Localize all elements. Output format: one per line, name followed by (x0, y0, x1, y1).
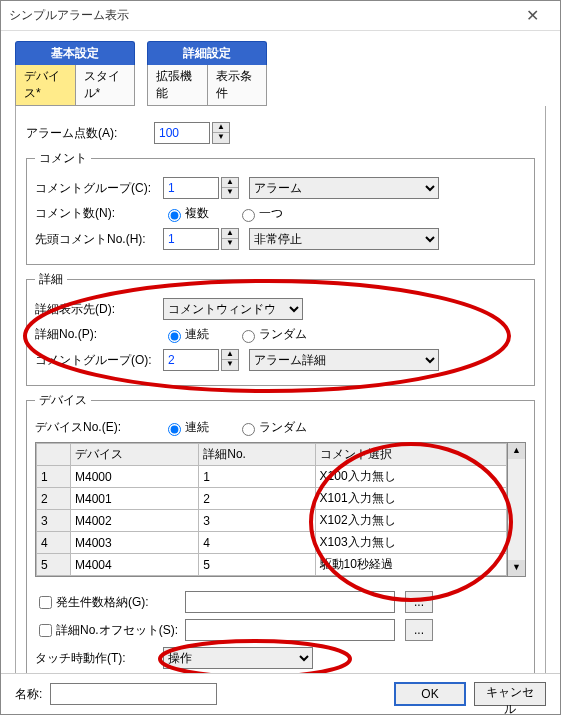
offset-input[interactable] (185, 619, 395, 641)
window-title: シンプルアラーム表示 (9, 7, 512, 24)
comment-head-input[interactable] (163, 228, 219, 250)
alarm-count-label: アラーム点数(A): (26, 125, 154, 142)
scroll-up-icon[interactable]: ▲ (508, 443, 525, 459)
grid-col-detailno: 詳細No. (199, 444, 315, 466)
device-no-cont-radio[interactable]: 連続 (163, 419, 209, 436)
device-no-label: デバイスNo.(E): (35, 419, 163, 436)
device-grid[interactable]: デバイス 詳細No. コメント選択 1 M4000 1 X100入力無し (35, 442, 508, 577)
comment-group-select[interactable]: アラーム (249, 177, 439, 199)
tab-ext[interactable]: 拡張機能 (147, 65, 208, 106)
offset-check[interactable]: 詳細No.オフセット(S): (35, 621, 185, 640)
titlebar: シンプルアラーム表示 ✕ (1, 1, 560, 31)
comment-head-select[interactable]: 非常停止 (249, 228, 439, 250)
close-icon[interactable]: ✕ (512, 6, 552, 25)
alarm-count-spin[interactable]: ▲▼ (212, 122, 230, 144)
table-row: 3 M4002 3 X102入力無し (37, 510, 507, 532)
table-row: 5 M4004 5 駆動10秒経過 (37, 554, 507, 576)
detail-disp-label: 詳細表示先(D): (35, 301, 163, 318)
tabset: 基本設定 デバイス* スタイル* 詳細設定 拡張機能 表示条件 (15, 41, 546, 106)
comment-legend: コメント (35, 150, 91, 167)
comment-group-label: コメントグループ(C): (35, 180, 163, 197)
tab-style[interactable]: スタイル* (76, 65, 136, 106)
detail-group-select[interactable]: アラーム詳細 (249, 349, 439, 371)
tab-adv-head: 詳細設定 (147, 41, 267, 65)
store-count-input[interactable] (185, 591, 395, 613)
grid-col-comment: コメント選択 (315, 444, 506, 466)
grid-col-index (37, 444, 71, 466)
table-row: 1 M4000 1 X100入力無し (37, 466, 507, 488)
comment-count-multi-radio[interactable]: 複数 (163, 205, 209, 222)
scroll-down-icon[interactable]: ▼ (508, 560, 525, 576)
ok-button[interactable]: OK (394, 682, 466, 706)
comment-head-spin[interactable]: ▲▼ (221, 228, 239, 250)
device-fieldset: デバイス デバイスNo.(E): 連続 ランダム デバイス 詳細No. コメ (26, 392, 535, 673)
tab-basic-head: 基本設定 (15, 41, 135, 65)
store-count-check[interactable]: 発生件数格納(G): (35, 593, 185, 612)
device-no-rand-radio[interactable]: ランダム (237, 419, 307, 436)
name-input[interactable] (50, 683, 217, 705)
detail-disp-select[interactable]: コメントウィンドウ (163, 298, 303, 320)
device-legend: デバイス (35, 392, 91, 409)
table-row: 2 M4001 2 X101入力無し (37, 488, 507, 510)
table-row: 4 M4003 4 X103入力無し (37, 532, 507, 554)
store-count-browse-button[interactable]: ... (405, 591, 433, 613)
detail-group-label: コメントグループ(O): (35, 352, 163, 369)
comment-group-spin[interactable]: ▲▼ (221, 177, 239, 199)
comment-group-input[interactable] (163, 177, 219, 199)
comment-count-label: コメント数(N): (35, 205, 163, 222)
offset-browse-button[interactable]: ... (405, 619, 433, 641)
tab-cond[interactable]: 表示条件 (208, 65, 268, 106)
cancel-button[interactable]: キャンセル (474, 682, 546, 706)
form-area: アラーム点数(A): ▲▼ コメント コメントグループ(C): ▲▼ アラーム … (15, 106, 546, 673)
detail-group-spin[interactable]: ▲▼ (221, 349, 239, 371)
name-label: 名称: (15, 686, 42, 703)
detail-fieldset: 詳細 詳細表示先(D): コメントウィンドウ 詳細No.(P): 連続 ランダム… (26, 271, 535, 386)
touch-action-label: タッチ時動作(T): (35, 650, 163, 667)
alarm-count-input[interactable] (154, 122, 210, 144)
comment-count-one-radio[interactable]: 一つ (237, 205, 283, 222)
tab-device[interactable]: デバイス* (15, 65, 76, 106)
grid-scrollbar[interactable]: ▲ ▼ (508, 442, 526, 577)
footer: 名称: OK キャンセル (1, 673, 560, 714)
comment-group-fieldset: コメント コメントグループ(C): ▲▼ アラーム コメント数(N): 複数 一… (26, 150, 535, 265)
detail-group-input[interactable] (163, 349, 219, 371)
detail-no-label: 詳細No.(P): (35, 326, 163, 343)
grid-col-device: デバイス (71, 444, 199, 466)
detail-no-rand-radio[interactable]: ランダム (237, 326, 307, 343)
touch-action-select[interactable]: 操作 (163, 647, 313, 669)
detail-legend: 詳細 (35, 271, 67, 288)
comment-head-label: 先頭コメントNo.(H): (35, 231, 163, 248)
detail-no-cont-radio[interactable]: 連続 (163, 326, 209, 343)
